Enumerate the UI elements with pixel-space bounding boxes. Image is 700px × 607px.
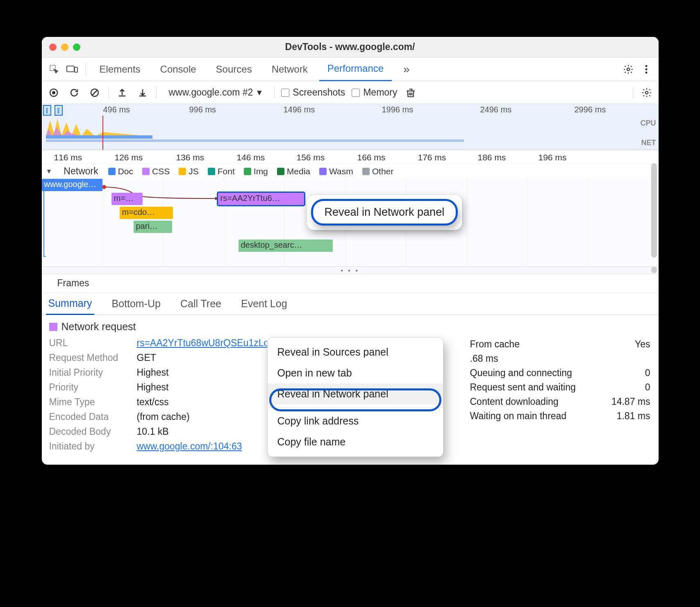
waterfall-bar[interactable]: www.google… [42, 179, 102, 191]
sent-key: Request sent and waiting [470, 382, 576, 393]
context-menu-item-copy-filename[interactable]: Copy file name [268, 431, 443, 452]
legend-label: Font [218, 167, 235, 176]
priority-val: Highest [137, 382, 169, 393]
profile-selector[interactable]: www.google.com #2 ▾ [163, 87, 268, 98]
subtab-bottom-up[interactable]: Bottom-Up [109, 293, 163, 315]
resize-handle[interactable]: • • • [42, 267, 659, 274]
frames-track-label[interactable]: Frames [42, 274, 659, 293]
legend-swatch-icon [108, 168, 116, 175]
timeline-header: 116 ms 126 ms 136 ms 146 ms 156 ms 166 m… [42, 150, 659, 164]
network-waterfall[interactable]: www.google…m=…rs=AA2YrTtu6…m=cdo…pari…de… [42, 179, 659, 267]
memory-checkbox-input[interactable] [352, 89, 360, 97]
legend-swatch-icon [277, 168, 284, 175]
mime-key: Mime Type [49, 397, 137, 408]
legend-item: Media [277, 167, 310, 176]
tab-network[interactable]: Network [264, 57, 316, 81]
memory-checkbox[interactable]: Memory [352, 87, 397, 98]
legend-label: Wasm [329, 167, 353, 176]
memory-label: Memory [363, 87, 397, 98]
legend-swatch-icon [208, 168, 215, 175]
context-menu-item-reveal-sources[interactable]: Reveal in Sources panel [268, 342, 443, 363]
main-val: 1.81 ms [617, 411, 650, 422]
context-menu-item-open-tab[interactable]: Open in new tab [268, 363, 443, 383]
record-button[interactable] [47, 86, 61, 100]
context-menu-item-reveal-network[interactable]: Reveal in Network panel [268, 383, 443, 404]
network-track-label: Network [64, 166, 98, 177]
overview-net-label: NET [641, 139, 656, 147]
overview-tick: 2996 ms [575, 105, 606, 114]
frames-scrollbar[interactable] [651, 267, 657, 273]
minimize-window-button[interactable] [61, 43, 68, 51]
upload-profile-icon[interactable] [115, 86, 129, 100]
legend-label: Img [254, 167, 268, 176]
tab-performance[interactable]: Performance [319, 57, 392, 81]
vertical-scrollbar[interactable] [651, 163, 657, 258]
url-key: URL [49, 338, 137, 349]
waterfall-bar[interactable]: m=cdo… [120, 207, 173, 219]
tabs-overflow[interactable]: » [395, 57, 418, 81]
net-activity-bar [46, 135, 152, 139]
kebab-menu-icon[interactable] [639, 62, 654, 77]
settings-icon[interactable] [621, 62, 636, 77]
legend-item: Img [244, 167, 268, 176]
tab-console[interactable]: Console [152, 57, 205, 81]
svg-point-11 [102, 185, 106, 189]
queuing-key: Queuing and connecting [470, 367, 572, 379]
svg-point-10 [645, 91, 648, 94]
performance-toolbar: www.google.com #2 ▾ Screenshots Memory [42, 81, 659, 104]
overview-tick: 2496 ms [480, 105, 512, 114]
screenshots-checkbox[interactable]: Screenshots [281, 87, 345, 98]
context-menu: Reveal in Sources panel Open in new tab … [267, 337, 443, 457]
sent-val: 0 [645, 382, 650, 393]
svg-point-6 [645, 71, 647, 73]
subtab-summary[interactable]: Summary [46, 293, 95, 315]
svg-point-8 [52, 91, 55, 94]
context-menu-item-copy-link[interactable]: Copy link address [268, 411, 443, 431]
legend-item: CSS [142, 167, 170, 176]
timeline-tick: 156 ms [297, 153, 325, 162]
maximize-window-button[interactable] [73, 43, 80, 51]
waterfall-bar[interactable]: desktop_searc… [239, 240, 333, 252]
timing-column: From cacheYes .68 ms Queuing and connect… [470, 339, 650, 425]
queuing-val: 0 [645, 367, 650, 379]
screenshots-checkbox-input[interactable] [281, 89, 289, 97]
timeline-tick: 126 ms [115, 153, 143, 162]
encoded-val: (from cache) [137, 411, 190, 422]
overview-minimap[interactable]: ‖ ‖ 496 ms 996 ms 1496 ms 1996 ms 2496 m… [42, 104, 659, 150]
content-key: Content downloading [470, 396, 559, 407]
window-title: DevTools - www.google.com/ [42, 41, 659, 52]
traffic-lights [49, 43, 80, 51]
device-toolbar-icon[interactable] [65, 62, 80, 77]
subtab-call-tree[interactable]: Call Tree [178, 293, 224, 315]
download-profile-icon[interactable] [136, 86, 150, 100]
legend-label: CSS [152, 167, 170, 176]
svg-point-4 [645, 65, 647, 67]
clear-button[interactable] [88, 86, 102, 100]
tab-sources[interactable]: Sources [208, 57, 260, 81]
legend-item: Doc [108, 167, 133, 176]
capture-settings-icon[interactable] [640, 86, 654, 100]
inspect-element-icon[interactable] [47, 62, 61, 77]
initiated-link[interactable]: www.google.com/:104:63 [137, 441, 242, 452]
network-legend-row: ▼ Network DocCSSJSFontImgMediaWasmOther [42, 164, 659, 179]
collapse-triangle-icon[interactable]: ▼ [46, 168, 52, 175]
close-window-button[interactable] [49, 43, 57, 51]
legend-swatch-icon [319, 168, 327, 175]
timeline-tick: 186 ms [478, 153, 506, 162]
reveal-tooltip-label[interactable]: Reveal in Network panel [311, 199, 458, 226]
tab-elements[interactable]: Elements [91, 57, 149, 81]
initiated-key: Initiated by [49, 441, 137, 452]
overview-tick: 1496 ms [284, 105, 315, 114]
waterfall-bar[interactable]: rs=AA2YrTtu6… [218, 193, 304, 205]
method-val: GET [137, 352, 156, 363]
overview-right-handle[interactable]: ‖ [55, 105, 63, 116]
garbage-collect-icon[interactable] [404, 86, 418, 100]
overview-marker [102, 116, 103, 150]
overview-cpu-label: CPU [640, 119, 656, 128]
subtab-event-log[interactable]: Event Log [239, 293, 290, 315]
overview-left-handle[interactable]: ‖ [43, 105, 51, 116]
waterfall-bar[interactable]: m=… [111, 193, 143, 205]
reload-record-button[interactable] [67, 86, 81, 100]
details-heading: Network request [49, 321, 651, 333]
waterfall-bar[interactable]: pari… [134, 221, 172, 233]
